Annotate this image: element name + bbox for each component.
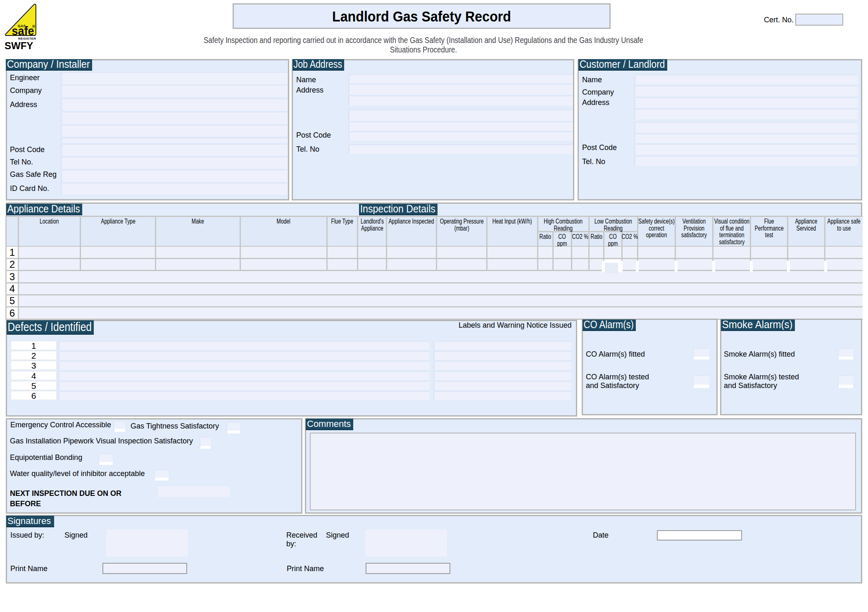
svg-text:safe: safe bbox=[12, 24, 34, 37]
